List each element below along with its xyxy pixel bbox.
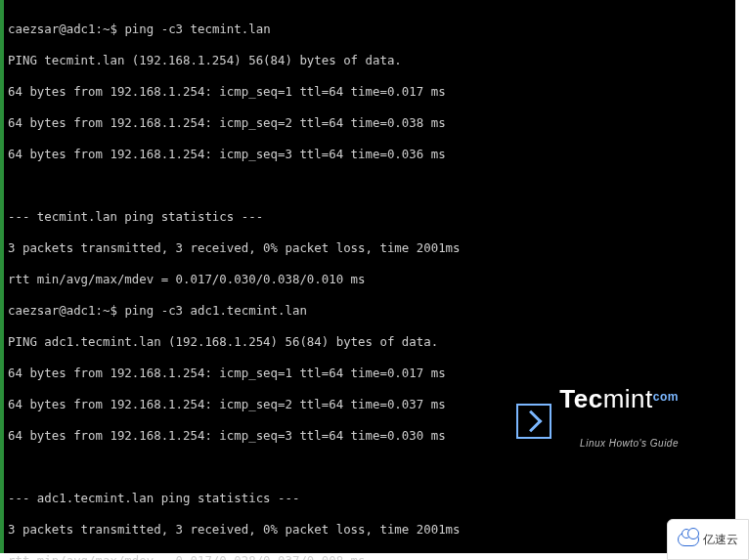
ping1-stats-2: rtt min/avg/max/mdev = 0.017/0.030/0.038… xyxy=(4,272,735,287)
prompt-userhost: caezsar@adc1 xyxy=(8,22,96,36)
provider-badge-text: 亿速云 xyxy=(703,532,738,548)
cloud-icon xyxy=(678,533,699,546)
ping1-header: PING tecmint.lan (192.168.1.254) 56(84) … xyxy=(4,53,735,68)
ping1-stats-title: --- tecmint.lan ping statistics --- xyxy=(4,209,735,225)
ping1-stats-1: 3 packets transmitted, 3 received, 0% pa… xyxy=(4,240,735,256)
prompt-symbol: $ xyxy=(110,22,116,36)
blank-line xyxy=(4,178,735,194)
ping1-reply-3: 64 bytes from 192.168.1.254: icmp_seq=3 … xyxy=(4,147,735,162)
provider-badge[interactable]: 亿速云 xyxy=(667,519,749,560)
watermark-tagline: Linux Howto's Guide xyxy=(559,436,679,452)
command-1: ping -c3 tecmint.lan xyxy=(124,22,270,36)
ping2-stats-2: rtt min/avg/max/mdev = 0.017/0.028/0.037… xyxy=(4,553,735,560)
ping2-stats-1: 3 packets transmitted, 3 received, 0% pa… xyxy=(4,522,735,538)
watermark-title: Tecmintcom xyxy=(559,391,679,407)
ping1-reply-1: 64 bytes from 192.168.1.254: icmp_seq=1 … xyxy=(4,84,735,100)
terminal-window[interactable]: caezsar@adc1:~$ ping -c3 tecmint.lan PIN… xyxy=(0,0,735,553)
tecmint-watermark: Tecmintcom Linux Howto's Guide xyxy=(516,328,679,514)
arrow-box-icon xyxy=(516,404,551,439)
command-2: ping -c3 adc1.tecmint.lan xyxy=(124,303,307,318)
prompt-line-1: caezsar@adc1:~$ ping -c3 tecmint.lan xyxy=(4,22,735,37)
prompt-line-2: caezsar@adc1:~$ ping -c3 adc1.tecmint.la… xyxy=(4,303,735,319)
ping1-reply-2: 64 bytes from 192.168.1.254: icmp_seq=2 … xyxy=(4,115,735,131)
